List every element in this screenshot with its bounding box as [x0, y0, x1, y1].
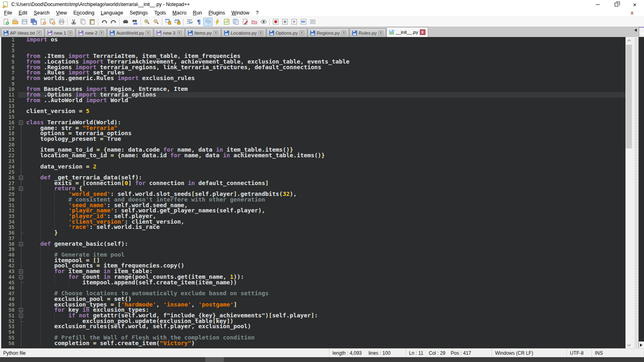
menu-encoding[interactable]: Encoding [70, 9, 97, 16]
vertical-scrollbar[interactable] [625, 37, 632, 348]
code-line-8[interactable]: 8from worlds.generic.Rules import exclus… [1, 76, 625, 81]
line-number[interactable]: 39 [1, 247, 18, 252]
tab-close-icon[interactable]: x [146, 31, 151, 35]
line-number[interactable]: 42 [1, 263, 18, 269]
fold-margin[interactable] [18, 236, 25, 241]
code-line-1[interactable]: 1import os [1, 37, 625, 43]
line-number[interactable]: 38 [1, 241, 18, 247]
code-line-13[interactable]: 13 [1, 103, 625, 109]
fold-margin[interactable] [18, 302, 25, 308]
document-map-icon[interactable] [222, 18, 231, 26]
tab-ap-ideas-txt[interactable]: AP Ideas.txtx [1, 28, 44, 37]
document-switcher-icon[interactable] [231, 18, 240, 26]
fold-margin[interactable]: − [18, 269, 25, 274]
sync-vertical-icon[interactable] [163, 18, 173, 26]
fold-margin[interactable] [18, 258, 25, 263]
fold-margin[interactable] [18, 285, 25, 291]
status-typing-mode[interactable]: INS [592, 349, 644, 357]
code-line-27[interactable]: 27 exits = [connection[0] for connection… [1, 181, 625, 186]
tab-new-2[interactable]: new 2x [76, 28, 107, 37]
fold-margin[interactable] [18, 252, 25, 258]
cut-icon[interactable] [69, 18, 78, 26]
line-number[interactable]: 15 [1, 114, 18, 120]
tab-close-icon[interactable]: x [99, 31, 104, 35]
line-number[interactable]: 31 [1, 203, 18, 208]
line-number[interactable]: 21 [1, 147, 18, 153]
line-number[interactable]: 52 [1, 319, 18, 324]
fold-margin[interactable] [18, 214, 25, 219]
fold-margin[interactable] [18, 158, 25, 164]
line-number[interactable]: 46 [1, 285, 18, 291]
macro-save-icon[interactable] [308, 18, 317, 26]
tab-new-3[interactable]: new 3x [154, 28, 185, 37]
minimize-button[interactable] [588, 0, 607, 9]
line-number[interactable]: 29 [1, 191, 18, 197]
folder-as-workspace-icon[interactable] [250, 18, 259, 26]
line-number[interactable]: 11 [1, 92, 18, 98]
fold-margin[interactable] [18, 230, 25, 236]
fold-margin[interactable] [18, 335, 25, 341]
tab-close-icon[interactable]: x [378, 31, 383, 35]
line-number[interactable]: 47 [1, 291, 18, 296]
line-number[interactable]: 44 [1, 274, 18, 280]
zoom-out-icon[interactable] [151, 18, 161, 26]
tab-close-icon[interactable]: x [213, 31, 218, 35]
line-number[interactable]: 45 [1, 280, 18, 286]
fold-margin[interactable] [18, 169, 25, 175]
line-number[interactable]: 5 [1, 59, 18, 65]
fold-margin[interactable] [18, 247, 25, 252]
line-number[interactable]: 13 [1, 103, 18, 109]
tab-close-icon[interactable]: x [299, 31, 304, 35]
fold-margin[interactable] [18, 131, 25, 136]
fold-margin[interactable] [18, 263, 25, 269]
fold-margin[interactable] [18, 37, 25, 43]
zoom-in-icon[interactable] [142, 18, 151, 26]
line-number[interactable]: 33 [1, 214, 18, 219]
save-all-icon[interactable] [29, 18, 38, 26]
scrollbar-thumb[interactable] [626, 45, 632, 148]
line-number[interactable]: 10 [1, 86, 18, 92]
close-button[interactable]: × [625, 0, 644, 9]
tab-regions-py[interactable]: Regions.pyx [308, 28, 349, 37]
code-line-12[interactable]: 12from ..AutoWorld import World [1, 98, 625, 103]
line-number[interactable]: 24 [1, 164, 18, 170]
fold-margin[interactable] [18, 125, 25, 131]
paste-icon[interactable] [87, 18, 97, 26]
find-icon[interactable] [121, 18, 130, 26]
fold-margin[interactable]: − [18, 313, 25, 319]
tab-autoworld-py[interactable]: AutoWorld.pyx [107, 28, 153, 37]
code-line-22[interactable]: 22 location_name_to_id = {name: data.id … [1, 153, 625, 158]
menu-settings[interactable]: Settings [126, 9, 151, 16]
line-number[interactable]: 32 [1, 208, 18, 214]
indent-guide-icon[interactable] [203, 18, 213, 26]
fold-margin[interactable] [18, 219, 25, 225]
show-all-characters-icon[interactable]: ¶ [194, 18, 203, 26]
fold-margin[interactable]: − [18, 307, 25, 313]
close-doc-icon[interactable] [38, 18, 47, 26]
editor[interactable]: 1import os234from .Items import Terraria… [0, 37, 625, 348]
tab-close-icon[interactable]: x [37, 31, 41, 35]
line-number[interactable]: 50 [1, 307, 18, 313]
monitoring-eye-icon[interactable] [259, 18, 268, 26]
line-number[interactable]: 34 [1, 219, 18, 225]
line-number[interactable]: 48 [1, 296, 18, 302]
line-number[interactable]: 49 [1, 302, 18, 308]
fold-margin[interactable] [18, 203, 25, 208]
fold-margin[interactable] [18, 153, 25, 158]
fold-margin[interactable] [18, 114, 25, 120]
line-number[interactable]: 28 [1, 186, 18, 191]
menu-search[interactable]: Search [31, 9, 53, 16]
line-number[interactable]: 20 [1, 142, 18, 148]
sync-horizontal-icon[interactable] [173, 18, 182, 26]
line-number[interactable]: 8 [1, 76, 18, 81]
menu-tools[interactable]: Tools [151, 9, 169, 16]
menu-close-document-icon[interactable]: x [631, 10, 634, 16]
line-number[interactable]: 23 [1, 158, 18, 164]
code-line-38[interactable]: 38− def generate_basic(self): [1, 241, 625, 247]
line-number[interactable]: 55 [1, 335, 18, 341]
code-line-53[interactable]: 53 exclusion_rules(self.world, self.play… [1, 324, 625, 329]
macro-record-icon[interactable] [271, 18, 280, 26]
fold-margin[interactable] [18, 65, 25, 70]
fold-margin[interactable] [18, 280, 25, 286]
code-line-45[interactable]: 45 itempool.append(self.create_item(item… [1, 280, 625, 286]
